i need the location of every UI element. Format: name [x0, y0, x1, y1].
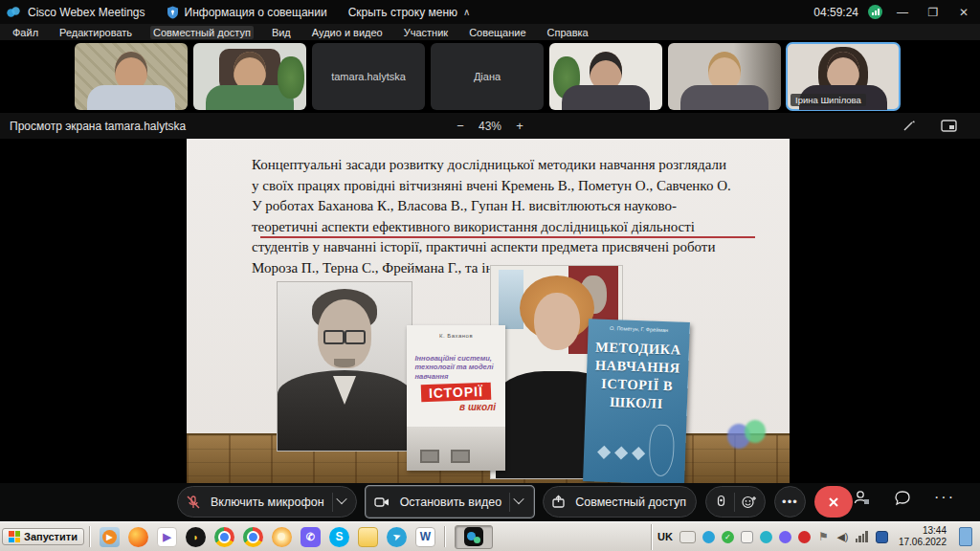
slide-text-line-underlined: теоретичні аспекти ефективного використа…	[252, 217, 788, 238]
chrome-icon[interactable]	[214, 527, 234, 547]
webex-logo-icon	[6, 5, 21, 20]
menu-help[interactable]: Справка	[545, 26, 591, 39]
participant-name-badge: Ірина Шипілова	[791, 94, 866, 106]
tray-flag-icon[interactable]: ⚑	[817, 531, 830, 543]
book2-authors: О. Пометун, Г. Фрейман	[589, 324, 690, 334]
tray-clipboard-icon[interactable]	[741, 531, 753, 543]
window-title-bar: Cisco Webex Meetings Информация о совеща…	[0, 0, 980, 24]
chrome-canary-icon[interactable]	[272, 527, 292, 547]
viber-icon[interactable]	[301, 527, 321, 547]
zoom-level: 43%	[479, 120, 501, 133]
start-windows-icon	[9, 531, 20, 542]
network-signal-icon[interactable]	[856, 531, 869, 542]
zoom-out-button[interactable]: −	[454, 119, 467, 133]
book-cover-metodyka: О. Пометун, Г. Фрейман МЕТОДИКА НАВЧАННЯ…	[583, 319, 690, 483]
slide-text-line: студентів у навчанні історії, практичні …	[252, 237, 788, 258]
leave-meeting-button[interactable]	[814, 486, 853, 518]
chevron-down-icon[interactable]	[336, 494, 346, 504]
taskbar-clock[interactable]: 13:44 17.06.2022	[895, 525, 950, 548]
mic-button-label: Включить микрофон	[205, 496, 330, 509]
minimize-icon[interactable]: —	[892, 6, 913, 19]
video-tile-tamara[interactable]: tamara.halytska	[312, 43, 425, 110]
menu-edit[interactable]: Редактировать	[56, 26, 135, 39]
app-title: Cisco Webex Meetings	[28, 6, 145, 19]
webex-taskbar-button-active[interactable]	[455, 525, 493, 549]
participant-name: tamara.halytska	[312, 43, 425, 110]
book1-title-suffix: в школі	[459, 402, 496, 412]
unmute-mic-button[interactable]: Включить микрофон	[177, 486, 357, 518]
presentation-slide: Концептуальні засади розвитку дослідниць…	[187, 139, 790, 483]
participant-name: Діана	[431, 43, 544, 110]
reactions-icon[interactable]	[737, 495, 761, 510]
menu-participant[interactable]: Участник	[401, 26, 451, 39]
meeting-info-label: Информация о совещании	[185, 6, 327, 19]
share-content-button[interactable]: Совместный доступ	[543, 486, 697, 518]
maximize-icon[interactable]: ❐	[923, 6, 944, 19]
file-manager-icon[interactable]	[358, 527, 378, 547]
kmplayer-icon[interactable]	[157, 527, 177, 547]
tray-guard-icon[interactable]	[798, 531, 811, 543]
start-button[interactable]: Запустити	[2, 528, 84, 545]
shield-icon	[167, 6, 179, 19]
screen-share-header: Просмотр экрана tamara.halytska − 43% +	[0, 113, 980, 139]
menu-bar: Файл Редактировать Совместный доступ Вид…	[0, 24, 980, 40]
layout-view-icon[interactable]	[941, 120, 957, 133]
record-icon[interactable]	[710, 495, 732, 510]
tray-viber-icon[interactable]	[779, 531, 791, 543]
stop-video-button[interactable]: Остановить видео	[366, 486, 535, 518]
chrome-profile-icon[interactable]	[243, 527, 263, 547]
participants-panel-icon[interactable]	[852, 489, 871, 506]
tray-telegram-icon[interactable]	[702, 531, 715, 543]
system-tray: UK ⚑ ◀) 13:44 17.06.2022	[651, 524, 978, 550]
more-panels-icon[interactable]: ···	[934, 489, 955, 506]
record-reactions-pill	[705, 486, 766, 518]
participant-video-strip: tamara.halytska Діана Ірина Шипілова	[0, 40, 980, 113]
annotate-pen-icon[interactable]	[902, 119, 916, 133]
book1-collage-image	[407, 427, 505, 471]
tray-display-icon[interactable]	[876, 531, 888, 543]
skype-icon[interactable]	[329, 527, 349, 547]
chevron-down-icon[interactable]	[514, 494, 524, 504]
video-tile-2[interactable]	[193, 43, 306, 110]
media-player-icon[interactable]	[100, 527, 120, 547]
word-icon[interactable]	[415, 527, 435, 547]
close-icon[interactable]: ✕	[953, 6, 974, 19]
tray-antivirus-icon[interactable]	[722, 531, 734, 543]
signal-strength-icon	[868, 5, 882, 19]
keyboard-icon[interactable]	[679, 531, 696, 543]
shared-screen-area: Концептуальні засади розвитку дослідниць…	[0, 139, 980, 483]
meeting-info-button[interactable]: Информация о совещании	[167, 6, 327, 19]
clock-date: 17.06.2022	[899, 537, 947, 548]
hide-menu-button[interactable]: Скрыть строку меню ∧	[348, 6, 471, 19]
slide-text-line: Концептуальні засади розвитку дослідниць…	[252, 155, 788, 176]
participant-video	[115, 52, 147, 90]
video-tile-iryna-active-speaker[interactable]: Ірина Шипілова	[787, 43, 900, 110]
more-options-button[interactable]: •••	[774, 486, 806, 518]
video-tile-1[interactable]	[75, 43, 188, 110]
video-tile-6[interactable]	[668, 43, 781, 110]
aimp-icon[interactable]	[186, 527, 206, 547]
video-tile-5[interactable]	[549, 43, 662, 110]
watermark-logo	[727, 418, 766, 452]
more-options-icon: •••	[782, 495, 798, 509]
poster	[499, 270, 523, 329]
hide-menu-label: Скрыть строку меню	[348, 6, 457, 19]
meeting-control-bar: Включить микрофон Остановить видео	[0, 483, 980, 521]
volume-icon[interactable]: ◀)	[836, 531, 849, 543]
video-tile-diana[interactable]: Діана	[431, 43, 544, 110]
zoom-in-button[interactable]: +	[513, 119, 526, 133]
chevron-up-icon: ∧	[463, 7, 470, 17]
language-indicator[interactable]: UK	[657, 531, 673, 542]
firefox-icon[interactable]	[128, 527, 148, 547]
menu-view[interactable]: Вид	[269, 26, 294, 39]
glasses	[323, 330, 366, 342]
viewing-screen-label: Просмотр экрана tamara.halytska	[10, 120, 186, 133]
menu-share[interactable]: Совместный доступ	[150, 26, 254, 39]
menu-meeting[interactable]: Совещание	[466, 26, 528, 39]
menu-file[interactable]: Файл	[10, 26, 41, 39]
show-desktop-icon[interactable]	[959, 527, 972, 546]
menu-audio-video[interactable]: Аудио и видео	[309, 26, 386, 39]
telegram-icon[interactable]	[387, 527, 407, 547]
tray-eye-icon[interactable]	[760, 531, 772, 543]
chat-panel-icon[interactable]	[894, 490, 911, 506]
